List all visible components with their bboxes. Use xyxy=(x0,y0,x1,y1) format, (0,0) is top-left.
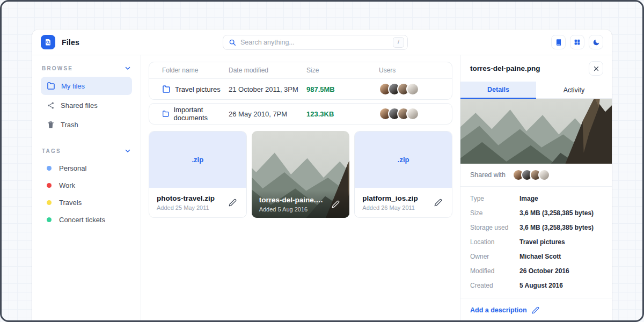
detail-label: Owner xyxy=(470,253,519,260)
pencil-icon xyxy=(434,199,442,207)
tag-item-concert-tickets[interactable]: Concert tickets xyxy=(41,211,132,228)
share-icon xyxy=(47,101,55,109)
search-bar[interactable]: / xyxy=(223,35,408,50)
detail-row-size: Size 3,6 MB (3,258,385 bytes) xyxy=(470,206,602,220)
edit-file-button[interactable] xyxy=(330,198,342,210)
top-bar: Files / xyxy=(32,30,612,55)
table-row[interactable]: Travel pictures 21 October 2011, 3PM 987… xyxy=(149,79,452,99)
detail-label: Created xyxy=(470,282,519,289)
file-preview-image xyxy=(460,99,612,164)
folder-size: 123.3KB xyxy=(306,110,379,118)
tag-item-work[interactable]: Work xyxy=(41,177,132,194)
tag-label: Personal xyxy=(59,164,86,172)
folder-icon xyxy=(162,85,171,93)
chevron-down-icon[interactable] xyxy=(125,65,131,71)
date-modified: 26 May 2010, 7PM xyxy=(229,110,306,118)
add-description-label: Add a description xyxy=(470,306,527,314)
book-button[interactable] xyxy=(551,35,566,49)
browse-section-header: BROWSE xyxy=(42,65,131,71)
folder-size: 987.5MB xyxy=(306,85,379,93)
detail-row-owner: Owner Michael Scott xyxy=(470,249,602,264)
sidebar-item-my-files[interactable]: My files xyxy=(41,77,132,95)
edit-file-button[interactable] xyxy=(226,196,239,209)
tab-activity[interactable]: Activity xyxy=(536,82,612,99)
file-added-date: Added 5 Aug 2016 xyxy=(259,206,326,213)
file-name: platform_ios.zip xyxy=(362,194,428,202)
close-panel-button[interactable] xyxy=(589,61,603,76)
search-icon xyxy=(229,39,236,46)
column-header-users: Users xyxy=(379,67,439,74)
sidebar-item-label: Shared files xyxy=(61,101,98,109)
browse-label: BROWSE xyxy=(42,65,73,71)
folder-name: Important documents xyxy=(173,106,229,122)
pencil-icon xyxy=(229,199,237,207)
file-cards-grid: .zip photos-travel.zip Added 25 May 2011 xyxy=(149,131,452,218)
detail-value: 3,6 MB (3,258,385 bytes) xyxy=(519,209,602,217)
table-header-row: Folder name Date modified Size Users xyxy=(149,62,452,79)
date-modified: 21 October 2011, 3PM xyxy=(229,85,306,93)
table-row[interactable]: Important documents 26 May 2010, 7PM 123… xyxy=(149,104,452,124)
shared-with-label: Shared with xyxy=(470,171,506,179)
pencil-icon xyxy=(332,200,340,208)
tab-details[interactable]: Details xyxy=(460,82,536,99)
file-card-platform-ios-zip[interactable]: .zip platform_ios.zip Added 26 May 2011 xyxy=(354,131,452,218)
detail-value: 5 August 2016 xyxy=(519,282,602,289)
column-header-size: Size xyxy=(306,67,379,74)
tag-color-dot xyxy=(47,166,52,171)
tag-label: Work xyxy=(59,181,75,189)
grid-icon xyxy=(574,39,581,46)
avatar xyxy=(406,107,419,120)
detail-label: Type xyxy=(470,195,519,202)
search-shortcut-badge: / xyxy=(393,37,404,47)
file-name: photos-travel.zip xyxy=(157,194,222,202)
sidebar: BROWSE My files Sh xyxy=(32,55,141,322)
add-description-button[interactable]: Add a description xyxy=(460,298,612,322)
detail-label: Location xyxy=(470,238,519,246)
detail-label: Modified xyxy=(470,267,519,275)
detail-value: 26 October 2016 xyxy=(519,267,602,275)
tag-item-personal[interactable]: Personal xyxy=(41,159,132,177)
search-input[interactable] xyxy=(240,39,389,46)
zip-preview: .zip xyxy=(355,131,452,188)
grid-view-button[interactable] xyxy=(570,35,584,49)
tag-item-travels[interactable]: Travels xyxy=(41,194,132,211)
detail-row-storage-used: Storage used 3,6 MB (3,258,385 bytes) xyxy=(470,220,602,235)
edit-file-button[interactable] xyxy=(432,196,444,209)
sidebar-item-label: My files xyxy=(61,82,85,90)
detail-value: 3,6 MB (3,258,385 bytes) xyxy=(519,224,602,231)
folder-table-row-card: Important documents 26 May 2010, 7PM 123… xyxy=(149,103,452,125)
panel-tabs: Details Activity xyxy=(460,82,612,99)
topbar-actions xyxy=(551,35,603,49)
user-avatars xyxy=(379,83,439,96)
folder-icon xyxy=(47,82,55,90)
shared-with-row: Shared with xyxy=(460,164,612,187)
detail-value: Travel pictures xyxy=(519,238,602,246)
main-content: Folder name Date modified Size Users Tra… xyxy=(141,55,460,322)
avatar xyxy=(406,83,419,96)
details-panel: torres-del-paine.png Details Activity Sh… xyxy=(460,55,612,322)
book-icon xyxy=(555,39,562,46)
zip-preview: .zip xyxy=(149,131,246,188)
detail-row-created: Created 5 August 2016 xyxy=(470,278,602,292)
files-app-window: Files / xyxy=(32,30,612,322)
zip-badge: .zip xyxy=(192,156,203,164)
file-card-torres-del-paine-png[interactable]: torres-del-paine.png Added 5 Aug 2016 xyxy=(252,131,350,218)
selected-file-title: torres-del-paine.png xyxy=(470,64,540,72)
file-card-photos-travel-zip[interactable]: .zip photos-travel.zip Added 25 May 2011 xyxy=(149,131,247,218)
tags-section: TAGS Personal Work Travels xyxy=(41,148,132,228)
sidebar-item-shared-files[interactable]: Shared files xyxy=(41,96,132,114)
dark-mode-button[interactable] xyxy=(589,35,603,49)
sidebar-item-trash[interactable]: Trash xyxy=(41,115,132,134)
folder-table: Folder name Date modified Size Users Tra… xyxy=(149,62,452,100)
detail-label: Size xyxy=(470,209,519,217)
details-panel-header: torres-del-paine.png xyxy=(460,55,612,82)
tag-color-dot xyxy=(47,183,52,188)
moon-icon xyxy=(592,39,600,46)
zip-badge: .zip xyxy=(398,156,409,164)
avatar xyxy=(538,169,550,181)
tag-label: Concert tickets xyxy=(59,216,105,224)
pencil-icon xyxy=(532,306,539,314)
column-header-date-modified: Date modified xyxy=(229,67,306,74)
chevron-down-icon[interactable] xyxy=(125,148,131,154)
column-header-folder-name: Folder name xyxy=(162,67,229,74)
